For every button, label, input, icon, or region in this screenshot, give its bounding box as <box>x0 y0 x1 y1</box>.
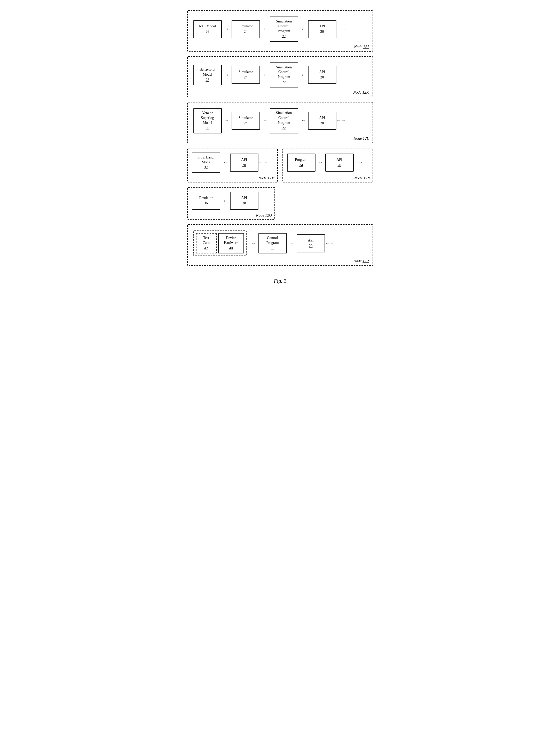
arrow-ctrl-api-p: ↔ <box>287 241 297 246</box>
node-12J-label: Node 12J <box>354 45 369 49</box>
node-12M: Prog. Lang. Mode 32 ↔ API 20 ←→ Node 12M <box>187 148 278 183</box>
arrow-behav-sim-k: ↔ <box>222 72 232 78</box>
arrow-out-o: ←→ <box>258 198 267 204</box>
emulator-block: Emulator 36 <box>192 192 220 210</box>
arrow-out-k: ←→ <box>336 72 346 78</box>
api-n-block: API 20 <box>325 154 354 172</box>
arrow-vera-sim-l: ↔ <box>222 118 232 123</box>
node-12M-label: Node 12M <box>258 176 275 180</box>
node-12K-label: Node 12K <box>353 90 369 95</box>
node-12J: RTL Model 26 ↔ Simulator 24 ↔ Simulation… <box>187 10 373 52</box>
api-j-block: API 20 <box>308 20 336 38</box>
api-k-block: API 20 <box>308 66 336 84</box>
program-34-block: Program 34 <box>287 154 316 172</box>
figure-caption: Fig. 2 <box>274 278 286 284</box>
diagram-page: RTL Model 26 ↔ Simulator 24 ↔ Simulation… <box>182 10 378 284</box>
rtl-model-block: RTL Model 26 <box>193 20 222 38</box>
node-12K: Behavioral Model 28 ↔ Simulator 24 ↔ Sim… <box>187 56 373 98</box>
arrow-prog-api-m: ↔ <box>220 160 230 166</box>
node-12L-label: Node 12L <box>354 136 369 141</box>
node-12L: Vera or Superlog Model 30 ↔ Simulator 24… <box>187 102 373 143</box>
arrow-sim-ctrl-l: ↔ <box>260 118 270 123</box>
sim-ctrl-k-block: Simulation Control Program 22 <box>270 62 298 88</box>
sim-ctrl-l-block: Simulation Control Program 22 <box>270 108 298 133</box>
vera-model-block: Vera or Superlog Model 30 <box>193 108 222 133</box>
simulator-j-block: Simulator 24 <box>232 20 260 38</box>
node-12O: Emulator 36 ↔ API 20 ←→ Node 12O <box>187 187 275 220</box>
node-12N: Program 34 ↔ API 20 ←→ Node 12N <box>282 148 373 183</box>
prog-lang-block: Prog. Lang. Mode 32 <box>192 153 220 173</box>
sim-ctrl-j-block: Simulation Control Program 22 <box>270 17 298 42</box>
arrow-sim-ctrl-k: ↔ <box>260 72 270 78</box>
simulator-l-block: Simulator 24 <box>232 112 260 130</box>
api-m-block: API 20 <box>230 154 258 172</box>
arrow-out-n: ←→ <box>354 160 362 166</box>
node-12N-label: Node 12N <box>354 176 370 180</box>
node-12O-label: Node 12O <box>256 213 272 218</box>
arrow-rtl-sim-j: ↔ <box>222 26 232 32</box>
arrow-hw-ctrl-p: ↔ <box>249 241 258 246</box>
arrow-prog34-api-n: ↔ <box>316 160 325 166</box>
api-l-block: API 20 <box>308 112 336 130</box>
arrow-out-l: ←→ <box>336 118 346 123</box>
api-o-block: API 20 <box>230 192 258 210</box>
behavioral-model-block: Behavioral Model 28 <box>193 65 222 85</box>
simulator-k-block: Simulator 24 <box>232 66 260 84</box>
arrow-out-p: ←→ <box>325 241 334 246</box>
arrow-ctrl-api-j: ↔ <box>298 26 308 32</box>
arrow-sim-ctrl-j: ↔ <box>260 26 270 32</box>
arrow-ctrl-api-l: ↔ <box>298 118 308 123</box>
node-12P: Test Card 42 Device Hardware 40 ↔ Contro… <box>187 224 373 266</box>
arrow-out-m: ←→ <box>258 160 267 166</box>
api-p-block: API 20 <box>297 234 325 253</box>
arrow-out-j: ←→ <box>336 26 346 32</box>
arrow-emul-api-o: ↔ <box>220 198 230 204</box>
test-card-block: Test Card 42 <box>196 233 217 254</box>
node-12P-label: Node 12P <box>353 259 369 263</box>
dev-hw-block: Device Hardware 40 <box>218 233 244 254</box>
test-card-group: Test Card 42 Device Hardware 40 <box>193 231 247 256</box>
arrow-ctrl-api-k: ↔ <box>298 72 308 78</box>
ctrl-prog-block: Control Program 38 <box>258 233 287 254</box>
